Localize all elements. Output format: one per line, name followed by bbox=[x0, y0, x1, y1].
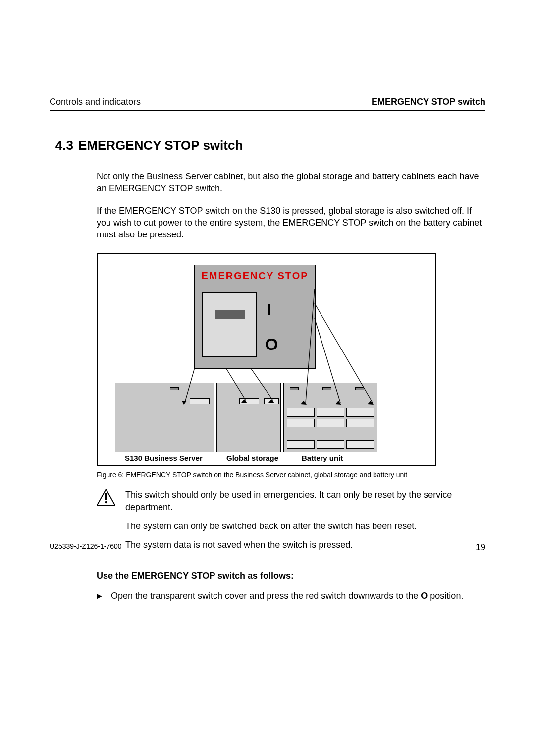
switch-lever bbox=[215, 310, 245, 319]
paragraph-2: If the EMERGENCY STOP switch on the S130… bbox=[97, 205, 485, 241]
figure-6: EMERGENCY STOP I O bbox=[97, 253, 436, 466]
step-text-pre: Open the transparent switch cover and pr… bbox=[111, 591, 421, 601]
header-left: Controls and indicators bbox=[50, 97, 141, 107]
figure-label-battery: Battery unit bbox=[302, 454, 343, 462]
footer-docid: U25339-J-Z126-1-7600 bbox=[50, 542, 122, 553]
figure-caption: Figure 6: EMERGENCY STOP switch on the B… bbox=[97, 471, 485, 479]
paragraph-1: Not only the Business Server cabinet, bu… bbox=[97, 171, 485, 195]
step-text-bold: O bbox=[421, 591, 428, 601]
page: Controls and indicators EMERGENCY STOP s… bbox=[0, 0, 535, 756]
instructions-heading: Use the EMERGENCY STOP switch as follows… bbox=[97, 571, 485, 581]
section-heading: 4.3EMERGENCY STOP switch bbox=[50, 138, 485, 153]
cabinet-battery-unit bbox=[283, 383, 377, 452]
running-header: Controls and indicators EMERGENCY STOP s… bbox=[50, 97, 485, 111]
figure-label-server: S130 Business Server bbox=[125, 454, 203, 462]
warning-icon bbox=[97, 489, 115, 508]
header-right: EMERGENCY STOP switch bbox=[372, 97, 485, 107]
emergency-stop-switch bbox=[202, 292, 257, 357]
cabinet-s130 bbox=[115, 383, 214, 452]
figure-label-storage: Global storage bbox=[226, 454, 278, 462]
switch-position-off: O bbox=[265, 335, 278, 354]
svg-rect-13 bbox=[105, 493, 107, 500]
section-number: 4.3 bbox=[50, 138, 73, 153]
page-footer: U25339-J-Z126-1-7600 19 bbox=[50, 539, 485, 553]
emergency-stop-panel: EMERGENCY STOP I O bbox=[194, 265, 316, 369]
warning-line-1: This switch should only be used in emerg… bbox=[125, 489, 485, 513]
page-number: 19 bbox=[476, 542, 485, 553]
step-text-post: position. bbox=[428, 591, 463, 601]
warning-line-2: The system can only be switched back on … bbox=[125, 520, 485, 532]
switch-position-on: I bbox=[267, 300, 271, 319]
step-text: Open the transparent switch cover and pr… bbox=[111, 590, 463, 602]
instruction-step-1: ▶ Open the transparent switch cover and … bbox=[97, 590, 485, 602]
step-marker-icon: ▶ bbox=[97, 590, 102, 602]
cabinet-global-storage bbox=[216, 383, 281, 452]
emergency-stop-label: EMERGENCY STOP bbox=[195, 270, 315, 282]
svg-point-14 bbox=[105, 501, 107, 504]
section-title: EMERGENCY STOP switch bbox=[78, 138, 243, 153]
